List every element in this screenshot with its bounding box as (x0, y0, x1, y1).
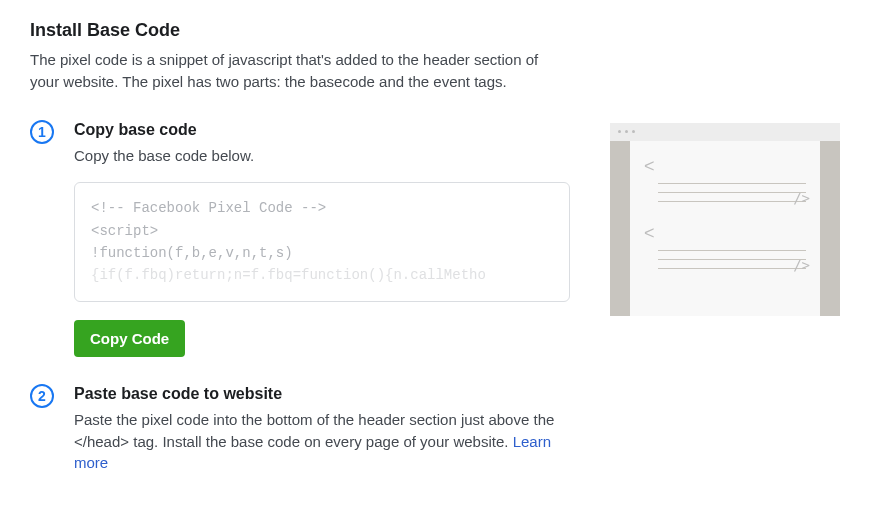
step-number-badge: 2 (30, 384, 54, 408)
code-line: <script> (91, 220, 553, 242)
chevron-left-icon: < (644, 157, 806, 175)
close-tag-icon: /> (793, 257, 810, 273)
line-icon (658, 259, 806, 260)
chevron-left-icon: < (644, 224, 806, 242)
line-icon (658, 268, 806, 269)
page-description: The pixel code is a snippet of javascrip… (30, 49, 550, 93)
steps-column: 1 Copy base code Copy the base code belo… (30, 121, 570, 503)
close-tag-icon: /> (793, 190, 810, 206)
illustration: < /> < /> (610, 123, 840, 316)
browser-sidebar-icon (820, 141, 840, 316)
step-2: 2 Paste base code to website Paste the p… (30, 385, 570, 474)
code-line: !function(f,b,e,v,n,t,s) (91, 242, 553, 264)
line-icon (658, 183, 806, 184)
line-icon (658, 201, 806, 202)
step-description: Copy the base code below. (74, 145, 570, 167)
copy-code-button[interactable]: Copy Code (74, 320, 185, 357)
browser-mock-icon: < /> < /> (610, 123, 840, 316)
step-number-badge: 1 (30, 120, 54, 144)
code-line: {if(f.fbq)return;n=f.fbq=function(){n.ca… (91, 264, 553, 286)
step-title: Paste base code to website (74, 385, 570, 403)
code-line: <!-- Facebook Pixel Code --> (91, 197, 553, 219)
content-row: 1 Copy base code Copy the base code belo… (30, 121, 860, 503)
browser-main-icon: < /> < /> (630, 141, 820, 316)
traffic-dot-icon (618, 130, 621, 133)
line-icon (658, 192, 806, 193)
step-description-text: Paste the pixel code into the bottom of … (74, 411, 554, 450)
step-title: Copy base code (74, 121, 570, 139)
step-1: 1 Copy base code Copy the base code belo… (30, 121, 570, 357)
page-title: Install Base Code (30, 20, 860, 41)
code-snippet-box[interactable]: <!-- Facebook Pixel Code --> <script> !f… (74, 182, 570, 302)
browser-titlebar-icon (610, 123, 840, 141)
code-block-icon: < /> (644, 224, 806, 269)
header: Install Base Code The pixel code is a sn… (30, 20, 860, 93)
step-description: Paste the pixel code into the bottom of … (74, 409, 570, 474)
traffic-dot-icon (625, 130, 628, 133)
traffic-dot-icon (632, 130, 635, 133)
browser-sidebar-icon (610, 141, 630, 316)
browser-body-icon: < /> < /> (610, 141, 840, 316)
line-icon (658, 250, 806, 251)
code-block-icon: < /> (644, 157, 806, 202)
